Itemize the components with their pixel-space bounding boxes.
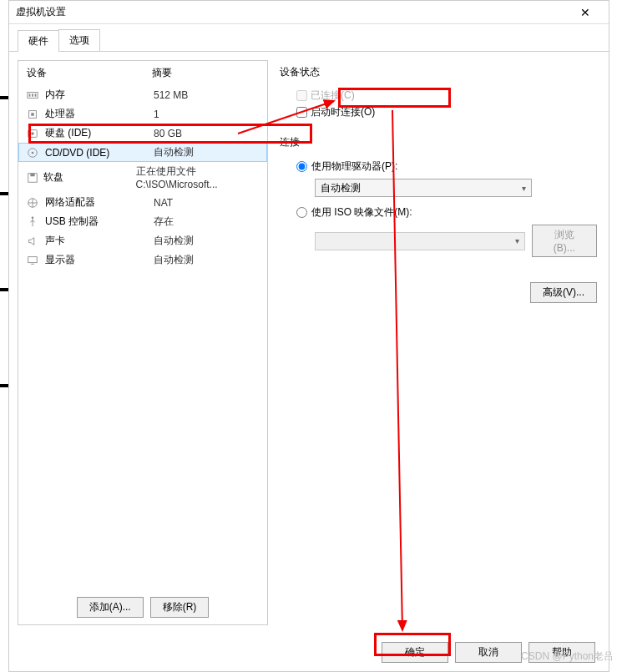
svg-rect-5 <box>31 113 34 116</box>
device-summary: 自动检测 <box>154 234 194 248</box>
device-summary: 存在 <box>154 215 174 229</box>
tabs: 硬件 选项 <box>9 24 609 52</box>
add-button[interactable]: 添加(A)... <box>77 597 144 618</box>
device-summary: NAT <box>154 197 173 209</box>
hardware-row-usb[interactable]: USB 控制器存在 <box>18 212 267 231</box>
physical-drive-select[interactable]: 自动检测 ▾ <box>315 179 532 197</box>
device-summary: 512 MB <box>154 89 188 101</box>
floppy-icon <box>27 172 38 184</box>
svg-rect-3 <box>35 93 37 97</box>
connect-at-poweron-checkbox[interactable]: 启动时连接(O) <box>296 105 597 119</box>
hardware-row-display[interactable]: 显示器自动检测 <box>18 250 267 270</box>
device-summary: 1 <box>154 109 159 120</box>
hardware-row-cpu[interactable]: 处理器1 <box>18 104 267 124</box>
advanced-button[interactable]: 高级(V)... <box>530 282 597 303</box>
hardware-header: 设备 摘要 <box>18 61 267 85</box>
device-name: 处理器 <box>45 107 154 121</box>
device-summary: 80 GB <box>154 128 182 139</box>
svg-point-9 <box>32 151 34 154</box>
disk-icon <box>27 128 40 139</box>
connect-at-poweron-input[interactable] <box>296 107 307 118</box>
tab-hardware[interactable]: 硬件 <box>18 30 59 52</box>
svg-rect-11 <box>30 173 34 176</box>
display-icon <box>27 255 40 266</box>
hardware-list: 内存512 MB处理器1硬盘 (IDE)80 GBCD/DVD (IDE)自动检… <box>18 85 267 590</box>
cpu-icon <box>27 109 40 120</box>
device-name: 内存 <box>45 88 154 102</box>
device-summary: 自动检测 <box>154 145 194 159</box>
use-iso-radio[interactable]: 使用 ISO 映像文件(M): <box>296 205 597 220</box>
cancel-button[interactable]: 取消 <box>455 642 522 663</box>
hardware-row-floppy[interactable]: 软盘正在使用文件 C:\ISO\Microsoft... <box>18 162 267 193</box>
device-status-label: 设备状态 <box>280 65 597 79</box>
device-summary: 自动检测 <box>154 253 194 267</box>
hardware-list-panel: 设备 摘要 内存512 MB处理器1硬盘 (IDE)80 GBCD/DVD (I… <box>18 60 268 625</box>
device-name: 声卡 <box>45 234 154 248</box>
device-detail-panel: 设备状态 已连接(C) 启动时连接(O) 连接 使用物理驱动器(P): <box>276 60 600 625</box>
hardware-row-sound[interactable]: 声卡自动检测 <box>18 231 267 250</box>
tab-options[interactable]: 选项 <box>58 29 100 51</box>
svg-rect-2 <box>32 93 33 97</box>
vm-settings-dialog: 虚拟机设置 ✕ 硬件 选项 设备 摘要 内存512 MB处理器1硬盘 (IDE)… <box>8 0 609 672</box>
chevron-down-icon: ▾ <box>515 236 519 245</box>
use-physical-radio[interactable]: 使用物理驱动器(P): <box>296 159 597 174</box>
header-device: 设备 <box>27 66 152 80</box>
cd-icon <box>27 147 40 159</box>
connected-checkbox: 已连接(C) <box>296 88 597 103</box>
header-summary: 摘要 <box>152 66 172 80</box>
sound-icon <box>27 235 40 247</box>
device-name: CD/DVD (IDE) <box>45 147 154 159</box>
dialog-footer: 确定 取消 帮助 <box>9 634 609 671</box>
connected-checkbox-input <box>296 90 307 101</box>
titlebar: 虚拟机设置 ✕ <box>9 1 609 24</box>
window-title: 虚拟机设置 <box>16 5 569 19</box>
device-name: 网络适配器 <box>45 195 154 210</box>
svg-rect-1 <box>29 93 31 97</box>
device-summary: 正在使用文件 C:\ISO\Microsoft... <box>136 164 259 190</box>
svg-point-7 <box>31 132 34 135</box>
connection-label: 连接 <box>280 135 597 149</box>
device-name: 软盘 <box>43 170 136 184</box>
iso-path-select: ▾ <box>315 232 525 250</box>
remove-button[interactable]: 移除(R) <box>150 597 210 618</box>
hardware-row-memory[interactable]: 内存512 MB <box>18 85 267 104</box>
memory-icon <box>27 89 40 101</box>
svg-point-13 <box>32 216 34 219</box>
use-physical-radio-input[interactable] <box>296 161 307 172</box>
net-icon <box>27 197 40 209</box>
device-name: USB 控制器 <box>45 215 154 229</box>
hardware-row-net[interactable]: 网络适配器NAT <box>18 193 267 212</box>
hardware-row-cd[interactable]: CD/DVD (IDE)自动检测 <box>18 143 267 162</box>
close-icon[interactable]: ✕ <box>569 6 602 19</box>
device-name: 显示器 <box>45 253 154 267</box>
watermark: CSDN @Python老吕 <box>521 649 614 664</box>
usb-icon <box>27 216 40 228</box>
chevron-down-icon: ▾ <box>522 184 526 193</box>
use-iso-radio-input[interactable] <box>296 207 307 218</box>
svg-rect-14 <box>28 256 38 262</box>
device-name: 硬盘 (IDE) <box>45 126 154 140</box>
hardware-row-disk[interactable]: 硬盘 (IDE)80 GB <box>18 124 267 143</box>
browse-button: 浏览(B)... <box>532 225 597 257</box>
ok-button[interactable]: 确定 <box>382 642 448 663</box>
